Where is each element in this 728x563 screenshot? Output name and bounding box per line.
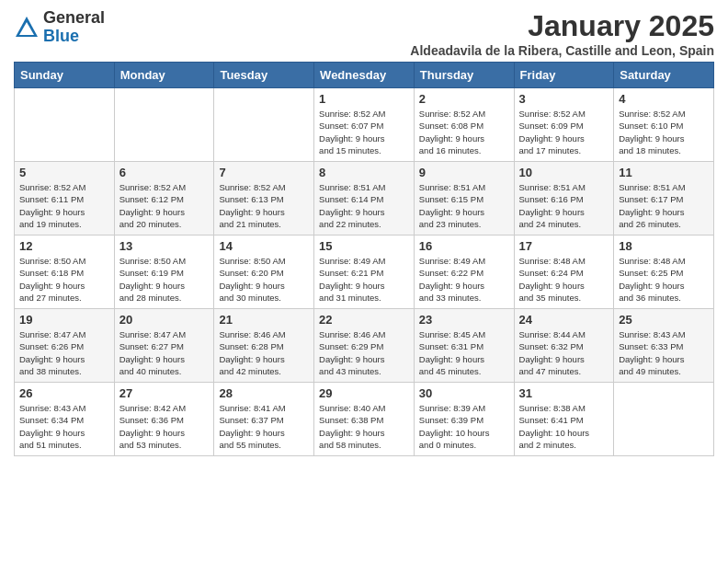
day-number: 24 bbox=[519, 313, 609, 327]
day-number: 22 bbox=[319, 313, 409, 327]
calendar-cell: 12Sunrise: 8:50 AM Sunset: 6:18 PM Dayli… bbox=[15, 236, 115, 309]
weekday-header-sunday: Sunday bbox=[15, 63, 115, 88]
day-info: Sunrise: 8:39 AM Sunset: 6:39 PM Dayligh… bbox=[419, 402, 509, 451]
day-number: 10 bbox=[519, 166, 609, 179]
day-number: 3 bbox=[519, 92, 609, 106]
day-info: Sunrise: 8:50 AM Sunset: 6:18 PM Dayligh… bbox=[19, 255, 109, 304]
day-info: Sunrise: 8:45 AM Sunset: 6:31 PM Dayligh… bbox=[419, 328, 509, 377]
day-info: Sunrise: 8:41 AM Sunset: 6:37 PM Dayligh… bbox=[219, 402, 309, 451]
calendar-cell: 29Sunrise: 8:40 AM Sunset: 6:38 PM Dayli… bbox=[314, 383, 415, 456]
weekday-header-row: SundayMondayTuesdayWednesdayThursdayFrid… bbox=[15, 63, 714, 88]
day-number: 18 bbox=[619, 239, 709, 253]
logo-text: General Blue bbox=[43, 9, 105, 46]
day-info: Sunrise: 8:50 AM Sunset: 6:19 PM Dayligh… bbox=[119, 255, 210, 304]
logo: General Blue bbox=[14, 9, 105, 46]
day-info: Sunrise: 8:51 AM Sunset: 6:16 PM Dayligh… bbox=[519, 181, 609, 230]
calendar-subtitle: Aldeadavila de la Ribera, Castille and L… bbox=[410, 43, 714, 58]
week-row-3: 19Sunrise: 8:47 AM Sunset: 6:26 PM Dayli… bbox=[15, 309, 714, 383]
calendar-cell: 18Sunrise: 8:48 AM Sunset: 6:25 PM Dayli… bbox=[614, 236, 714, 309]
weekday-header-saturday: Saturday bbox=[614, 63, 714, 88]
calendar-cell: 1Sunrise: 8:52 AM Sunset: 6:07 PM Daylig… bbox=[314, 88, 415, 162]
calendar-cell bbox=[15, 88, 115, 162]
calendar-cell: 6Sunrise: 8:52 AM Sunset: 6:12 PM Daylig… bbox=[114, 162, 214, 236]
weekday-header-tuesday: Tuesday bbox=[214, 63, 314, 88]
calendar-cell bbox=[114, 88, 214, 162]
page-container: General Blue January 2025 Aldeadavila de… bbox=[0, 0, 728, 465]
day-number: 20 bbox=[119, 313, 210, 327]
day-number: 19 bbox=[19, 313, 109, 327]
calendar-cell: 26Sunrise: 8:43 AM Sunset: 6:34 PM Dayli… bbox=[15, 383, 115, 456]
day-number: 31 bbox=[519, 386, 609, 400]
calendar-title: January 2025 bbox=[410, 9, 714, 43]
day-info: Sunrise: 8:51 AM Sunset: 6:17 PM Dayligh… bbox=[619, 181, 709, 230]
calendar-table: SundayMondayTuesdayWednesdayThursdayFrid… bbox=[14, 62, 714, 456]
day-number: 25 bbox=[619, 313, 709, 327]
calendar-cell: 15Sunrise: 8:49 AM Sunset: 6:21 PM Dayli… bbox=[314, 236, 415, 309]
day-number: 13 bbox=[119, 239, 210, 253]
day-info: Sunrise: 8:51 AM Sunset: 6:15 PM Dayligh… bbox=[419, 181, 509, 230]
day-info: Sunrise: 8:46 AM Sunset: 6:29 PM Dayligh… bbox=[319, 328, 409, 377]
day-number: 2 bbox=[419, 92, 509, 106]
calendar-cell: 4Sunrise: 8:52 AM Sunset: 6:10 PM Daylig… bbox=[614, 88, 714, 162]
calendar-cell: 2Sunrise: 8:52 AM Sunset: 6:08 PM Daylig… bbox=[414, 88, 514, 162]
day-info: Sunrise: 8:51 AM Sunset: 6:14 PM Dayligh… bbox=[319, 181, 409, 230]
day-info: Sunrise: 8:43 AM Sunset: 6:34 PM Dayligh… bbox=[19, 402, 109, 451]
page-header: General Blue January 2025 Aldeadavila de… bbox=[14, 9, 714, 58]
day-info: Sunrise: 8:49 AM Sunset: 6:22 PM Dayligh… bbox=[419, 255, 509, 304]
day-info: Sunrise: 8:52 AM Sunset: 6:11 PM Dayligh… bbox=[19, 181, 109, 230]
calendar-cell bbox=[214, 88, 314, 162]
day-info: Sunrise: 8:50 AM Sunset: 6:20 PM Dayligh… bbox=[219, 255, 309, 304]
week-row-0: 1Sunrise: 8:52 AM Sunset: 6:07 PM Daylig… bbox=[15, 88, 714, 162]
calendar-cell: 27Sunrise: 8:42 AM Sunset: 6:36 PM Dayli… bbox=[114, 383, 214, 456]
day-number: 21 bbox=[219, 313, 309, 327]
week-row-2: 12Sunrise: 8:50 AM Sunset: 6:18 PM Dayli… bbox=[15, 236, 714, 309]
calendar-cell: 21Sunrise: 8:46 AM Sunset: 6:28 PM Dayli… bbox=[214, 309, 314, 383]
calendar-cell: 17Sunrise: 8:48 AM Sunset: 6:24 PM Dayli… bbox=[514, 236, 614, 309]
calendar-cell: 7Sunrise: 8:52 AM Sunset: 6:13 PM Daylig… bbox=[214, 162, 314, 236]
logo-blue: Blue bbox=[43, 27, 79, 45]
day-number: 28 bbox=[219, 386, 309, 400]
day-info: Sunrise: 8:52 AM Sunset: 6:10 PM Dayligh… bbox=[619, 108, 709, 156]
day-info: Sunrise: 8:40 AM Sunset: 6:38 PM Dayligh… bbox=[319, 402, 409, 451]
weekday-header-friday: Friday bbox=[514, 63, 614, 88]
day-number: 23 bbox=[419, 313, 509, 327]
calendar-cell: 31Sunrise: 8:38 AM Sunset: 6:41 PM Dayli… bbox=[514, 383, 614, 456]
weekday-header-thursday: Thursday bbox=[414, 63, 514, 88]
calendar-cell: 14Sunrise: 8:50 AM Sunset: 6:20 PM Dayli… bbox=[214, 236, 314, 309]
day-number: 16 bbox=[419, 239, 509, 253]
day-number: 7 bbox=[219, 166, 309, 179]
day-info: Sunrise: 8:47 AM Sunset: 6:27 PM Dayligh… bbox=[119, 328, 210, 377]
weekday-header-monday: Monday bbox=[114, 63, 214, 88]
day-number: 4 bbox=[619, 92, 709, 106]
calendar-cell: 25Sunrise: 8:43 AM Sunset: 6:33 PM Dayli… bbox=[614, 309, 714, 383]
day-number: 14 bbox=[219, 239, 309, 253]
calendar-cell: 3Sunrise: 8:52 AM Sunset: 6:09 PM Daylig… bbox=[514, 88, 614, 162]
day-info: Sunrise: 8:49 AM Sunset: 6:21 PM Dayligh… bbox=[319, 255, 409, 304]
logo-icon bbox=[14, 15, 40, 40]
day-info: Sunrise: 8:47 AM Sunset: 6:26 PM Dayligh… bbox=[19, 328, 109, 377]
day-number: 1 bbox=[319, 92, 409, 106]
day-number: 15 bbox=[319, 239, 409, 253]
calendar-cell: 22Sunrise: 8:46 AM Sunset: 6:29 PM Dayli… bbox=[314, 309, 415, 383]
calendar-cell: 23Sunrise: 8:45 AM Sunset: 6:31 PM Dayli… bbox=[414, 309, 514, 383]
calendar-cell: 16Sunrise: 8:49 AM Sunset: 6:22 PM Dayli… bbox=[414, 236, 514, 309]
week-row-1: 5Sunrise: 8:52 AM Sunset: 6:11 PM Daylig… bbox=[15, 162, 714, 236]
day-info: Sunrise: 8:52 AM Sunset: 6:12 PM Dayligh… bbox=[119, 181, 210, 230]
day-number: 6 bbox=[119, 166, 210, 179]
calendar-cell: 10Sunrise: 8:51 AM Sunset: 6:16 PM Dayli… bbox=[514, 162, 614, 236]
week-row-4: 26Sunrise: 8:43 AM Sunset: 6:34 PM Dayli… bbox=[15, 383, 714, 456]
day-number: 30 bbox=[419, 386, 509, 400]
day-info: Sunrise: 8:52 AM Sunset: 6:09 PM Dayligh… bbox=[519, 108, 609, 156]
logo-general: General bbox=[43, 8, 105, 27]
weekday-header-wednesday: Wednesday bbox=[314, 63, 415, 88]
day-info: Sunrise: 8:48 AM Sunset: 6:24 PM Dayligh… bbox=[519, 255, 609, 304]
day-info: Sunrise: 8:52 AM Sunset: 6:08 PM Dayligh… bbox=[419, 108, 509, 156]
calendar-cell: 5Sunrise: 8:52 AM Sunset: 6:11 PM Daylig… bbox=[15, 162, 115, 236]
day-info: Sunrise: 8:52 AM Sunset: 6:13 PM Dayligh… bbox=[219, 181, 309, 230]
calendar-cell: 9Sunrise: 8:51 AM Sunset: 6:15 PM Daylig… bbox=[414, 162, 514, 236]
day-info: Sunrise: 8:44 AM Sunset: 6:32 PM Dayligh… bbox=[519, 328, 609, 377]
calendar-cell: 8Sunrise: 8:51 AM Sunset: 6:14 PM Daylig… bbox=[314, 162, 415, 236]
day-number: 9 bbox=[419, 166, 509, 179]
day-info: Sunrise: 8:48 AM Sunset: 6:25 PM Dayligh… bbox=[619, 255, 709, 304]
title-block: January 2025 Aldeadavila de la Ribera, C… bbox=[410, 9, 714, 58]
